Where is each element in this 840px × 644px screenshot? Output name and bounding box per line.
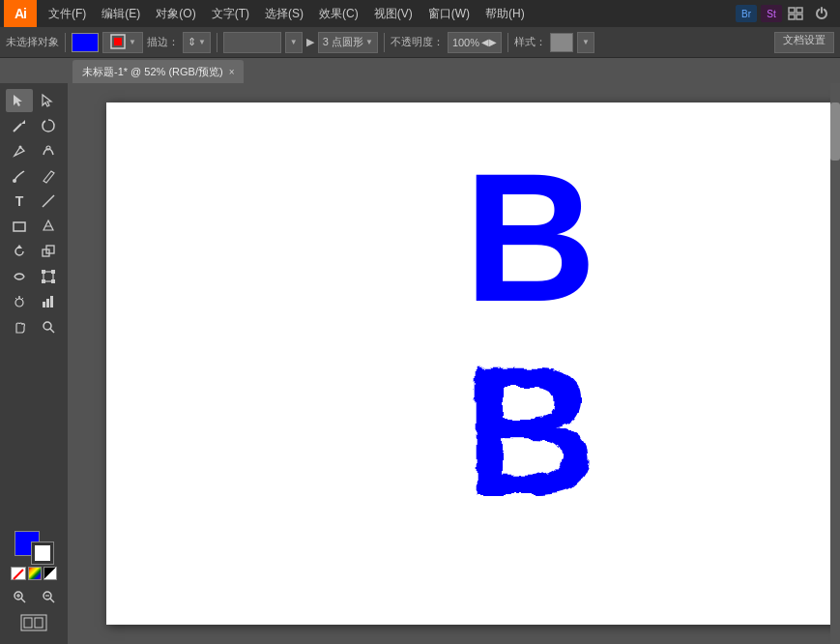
menu-effect[interactable]: 效果(C) bbox=[311, 0, 366, 27]
tool-row-8 bbox=[6, 265, 62, 288]
scale-tool[interactable] bbox=[35, 240, 62, 263]
stroke-dropdown[interactable]: ▼ bbox=[102, 32, 143, 53]
tab-close-button[interactable]: × bbox=[229, 67, 235, 77]
paintbucket-tool[interactable] bbox=[35, 215, 62, 238]
rect-tool[interactable] bbox=[6, 215, 33, 238]
toolbar-sep-4 bbox=[507, 33, 508, 52]
svg-line-29 bbox=[50, 329, 54, 333]
svg-marker-16 bbox=[16, 245, 22, 249]
doc-setup-button[interactable]: 文档设置 bbox=[774, 32, 834, 53]
menu-bar: Ai 文件(F) 编辑(E) 对象(O) 文字(T) 选择(S) 效果(C) 视… bbox=[0, 0, 840, 27]
tool-row-2 bbox=[6, 114, 62, 137]
menu-window[interactable]: 窗口(W) bbox=[420, 0, 478, 27]
canvas-area[interactable]: B B bbox=[68, 83, 830, 644]
toolbar-sep-2 bbox=[217, 33, 217, 52]
color-swatches bbox=[6, 531, 62, 638]
document-tab[interactable]: 未标题-1* @ 52% (RGB/预览) × bbox=[72, 60, 244, 83]
brush-tool[interactable] bbox=[6, 164, 33, 188]
brush-dropdown[interactable]: ▼ bbox=[285, 32, 303, 53]
zoom-in-canvas[interactable] bbox=[6, 585, 33, 608]
no-selection-label: 未选择对象 bbox=[6, 35, 59, 49]
curvature-tool[interactable] bbox=[35, 139, 62, 162]
style-label: 样式： bbox=[514, 35, 546, 49]
pencil-tool[interactable] bbox=[35, 164, 62, 188]
toolbar: 未选择对象 ▼ 描边： ⇕ ▼ ▼ ▶ 3 点圆形 ▼ 不透明度： 100% ◀… bbox=[0, 27, 840, 58]
point-type-value: 3 点圆形 bbox=[323, 35, 363, 49]
svg-rect-5 bbox=[114, 38, 122, 45]
svg-rect-0 bbox=[789, 8, 795, 13]
color-swatch[interactable] bbox=[28, 567, 42, 580]
scrollbar-right[interactable] bbox=[830, 83, 840, 644]
scroll-thumb[interactable] bbox=[830, 102, 840, 161]
brush-preview bbox=[223, 32, 281, 53]
svg-rect-1 bbox=[797, 8, 802, 13]
menu-object[interactable]: 对象(O) bbox=[148, 0, 203, 27]
stroke-swatch[interactable] bbox=[32, 542, 53, 564]
svg-line-33 bbox=[21, 599, 25, 602]
opacity-dropdown[interactable]: 100% ◀▶ bbox=[448, 32, 502, 53]
svg-rect-27 bbox=[50, 296, 53, 307]
ai-logo-icon[interactable]: Ai bbox=[4, 0, 37, 27]
svg-marker-7 bbox=[43, 95, 51, 106]
zoom-row bbox=[6, 585, 62, 608]
hand-tool[interactable] bbox=[6, 315, 33, 338]
menu-view[interactable]: 视图(V) bbox=[366, 0, 420, 27]
none-swatch[interactable] bbox=[11, 567, 26, 580]
svg-marker-6 bbox=[14, 95, 22, 106]
fill-stroke-swatches[interactable] bbox=[14, 531, 53, 564]
style-swatch[interactable] bbox=[550, 33, 573, 52]
warp-tool[interactable] bbox=[6, 265, 33, 288]
toolbar-fill-color[interactable] bbox=[72, 33, 99, 52]
svg-text:B: B bbox=[464, 134, 596, 339]
stroke-text-label: 描边： bbox=[147, 35, 179, 49]
magic-wand-tool[interactable] bbox=[6, 114, 33, 137]
svg-rect-39 bbox=[35, 618, 43, 628]
svg-rect-14 bbox=[14, 222, 25, 231]
selection-tool[interactable] bbox=[6, 89, 33, 112]
stroke-size-dropdown[interactable]: ⇕ ▼ bbox=[183, 32, 211, 53]
menu-help[interactable]: 帮助(H) bbox=[478, 0, 533, 27]
line-tool[interactable] bbox=[35, 190, 62, 213]
svg-rect-20 bbox=[42, 270, 45, 274]
stroke-icon bbox=[109, 33, 127, 52]
stroke-chevron: ▼ bbox=[129, 38, 136, 46]
power-icon[interactable] bbox=[811, 5, 832, 22]
menu-bar-right: Br St bbox=[736, 5, 836, 22]
swatch-mini-row bbox=[11, 567, 57, 580]
tab-bar: 未标题-1* @ 52% (RGB/预览) × bbox=[0, 58, 840, 83]
svg-point-12 bbox=[13, 179, 16, 183]
opacity-value: 100% bbox=[452, 37, 479, 48]
column-graph-tool[interactable] bbox=[35, 290, 62, 313]
svg-text:B: B bbox=[464, 328, 596, 533]
menu-select[interactable]: 选择(S) bbox=[257, 0, 311, 27]
menu-file[interactable]: 文件(F) bbox=[41, 0, 94, 27]
tool-row-6 bbox=[6, 215, 62, 238]
svg-rect-26 bbox=[46, 299, 49, 307]
menu-edit[interactable]: 编辑(E) bbox=[94, 0, 148, 27]
bridge-icon[interactable]: Br bbox=[736, 5, 757, 22]
type-tool[interactable]: T bbox=[6, 190, 33, 213]
free-transform-tool[interactable] bbox=[35, 265, 62, 288]
menu-text[interactable]: 文字(T) bbox=[204, 0, 257, 27]
symbol-sprayer-tool[interactable] bbox=[6, 290, 33, 313]
pen-tool[interactable] bbox=[6, 139, 33, 162]
tool-row-3 bbox=[6, 139, 62, 162]
zoom-out-canvas[interactable] bbox=[35, 585, 62, 608]
point-type-dropdown[interactable]: 3 点圆形 ▼ bbox=[318, 32, 378, 53]
stock-icon[interactable]: St bbox=[761, 5, 782, 22]
toolbar-sep-3 bbox=[384, 33, 385, 52]
svg-rect-38 bbox=[24, 618, 32, 628]
zoom-tool[interactable] bbox=[35, 315, 62, 338]
workspace-grid-icon[interactable] bbox=[786, 5, 807, 22]
rotate-tool[interactable] bbox=[6, 240, 33, 263]
artboard-tool[interactable] bbox=[20, 611, 47, 634]
svg-rect-3 bbox=[797, 15, 802, 19]
style-dropdown[interactable]: ▼ bbox=[577, 32, 594, 53]
tool-row-9 bbox=[6, 290, 62, 313]
lasso-tool[interactable] bbox=[35, 114, 62, 137]
bw-swatch[interactable] bbox=[43, 567, 57, 580]
svg-point-24 bbox=[15, 299, 23, 307]
direct-selection-tool[interactable] bbox=[35, 89, 62, 112]
artboard: B B bbox=[106, 102, 830, 625]
svg-line-36 bbox=[50, 599, 54, 602]
